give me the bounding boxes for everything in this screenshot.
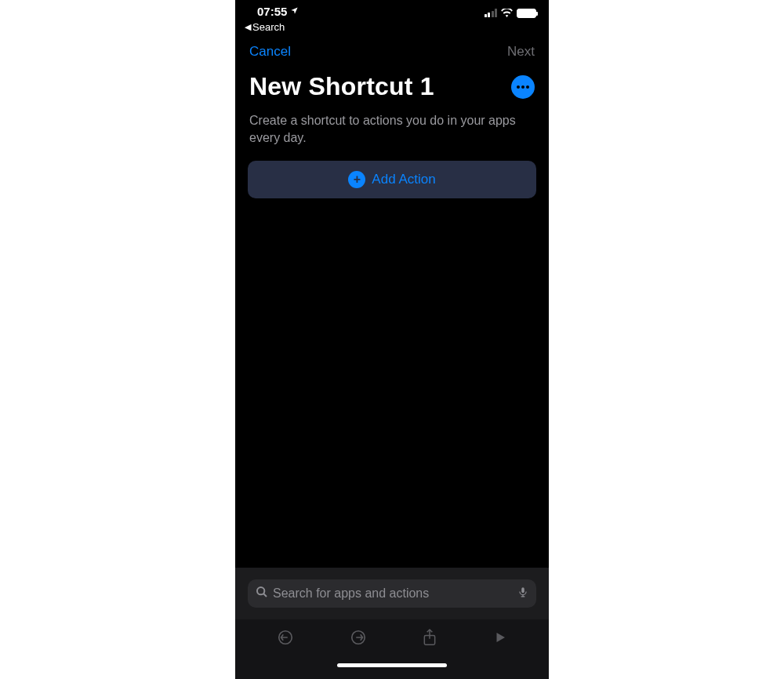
ellipsis-icon xyxy=(517,85,520,89)
home-indicator-area xyxy=(235,659,549,679)
page-title: New Shortcut 1 xyxy=(249,72,434,101)
svg-point-0 xyxy=(257,587,264,594)
plus-icon: + xyxy=(348,171,365,188)
search-input[interactable] xyxy=(273,586,513,601)
svg-line-1 xyxy=(263,594,267,597)
bottom-toolbar xyxy=(235,619,549,659)
back-breadcrumb[interactable]: ◀ Search xyxy=(235,19,549,34)
more-button[interactable] xyxy=(511,75,535,99)
content-spacer xyxy=(235,198,549,568)
add-action-label: Add Action xyxy=(372,172,435,187)
redo-button[interactable] xyxy=(350,629,367,649)
back-label: Search xyxy=(252,21,285,33)
wifi-icon xyxy=(501,6,513,20)
status-time: 07:55 xyxy=(257,5,287,18)
location-icon xyxy=(290,4,299,17)
page-subtitle: Create a shortcut to actions you do in y… xyxy=(235,107,549,161)
nav-bar: Cancel Next xyxy=(235,34,549,66)
next-button[interactable]: Next xyxy=(507,44,535,60)
search-icon xyxy=(256,586,268,601)
undo-button[interactable] xyxy=(277,629,294,649)
chevron-left-icon: ◀ xyxy=(245,22,251,32)
share-button[interactable] xyxy=(422,628,437,650)
mic-icon[interactable] xyxy=(517,585,528,602)
phone-frame: 07:55 ◀ Search Cancel Next New Shortcut … xyxy=(235,0,549,679)
battery-icon xyxy=(517,9,536,18)
status-bar: 07:55 xyxy=(235,0,549,19)
status-time-group: 07:55 xyxy=(257,5,299,18)
home-indicator[interactable] xyxy=(337,663,447,667)
search-panel xyxy=(235,568,549,619)
status-indicators xyxy=(485,6,537,20)
cellular-icon xyxy=(485,9,498,17)
search-field[interactable] xyxy=(248,579,536,608)
play-button[interactable] xyxy=(493,630,507,648)
add-action-button[interactable]: + Add Action xyxy=(248,161,536,198)
cancel-button[interactable]: Cancel xyxy=(249,44,291,60)
title-row: New Shortcut 1 xyxy=(235,66,549,107)
